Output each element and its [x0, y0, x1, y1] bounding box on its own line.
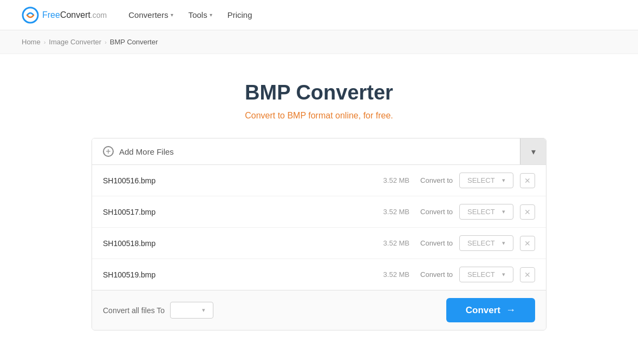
chevron-down-icon: ▾: [210, 12, 212, 18]
breadcrumb-current: BMP Converter: [110, 38, 158, 46]
file-name: SH100519.bmp: [103, 270, 365, 279]
remove-file-button[interactable]: ✕: [520, 173, 535, 188]
close-icon: ✕: [524, 176, 531, 185]
convert-to-label: Convert to: [420, 176, 453, 184]
svg-point-0: [23, 8, 38, 23]
format-select-button[interactable]: SELECT ▾: [459, 204, 513, 220]
chevron-down-icon: ▾: [531, 147, 536, 157]
table-row: SH100518.bmp 3.52 MB Convert to SELECT ▾…: [92, 228, 546, 259]
file-panel: + Add More Files ▾ SH100516.bmp 3.52 MB …: [92, 138, 546, 330]
breadcrumb-image-converter[interactable]: Image Converter: [49, 38, 101, 46]
bottom-bar: Convert all files To ▾ Convert →: [92, 290, 546, 330]
nav-links: Converters ▾ Tools ▾ Pricing: [128, 10, 252, 19]
format-select-button[interactable]: SELECT ▾: [459, 173, 513, 188]
file-size: 3.52 MB: [372, 239, 409, 247]
breadcrumb-bar: Home › Image Converter › BMP Converter: [0, 30, 638, 54]
convert-button[interactable]: Convert →: [446, 298, 535, 322]
add-more-files-button[interactable]: + Add More Files: [92, 138, 520, 164]
chevron-down-icon: ▾: [202, 307, 205, 314]
breadcrumb-sep-2: ›: [105, 39, 107, 45]
convert-all-wrap: Convert all files To ▾: [103, 302, 213, 319]
navbar: FreeConvert.com Converters ▾ Tools ▾ Pri…: [0, 0, 638, 30]
main-content: BMP Converter Convert to BMP format onli…: [0, 54, 638, 352]
file-size: 3.52 MB: [372, 208, 409, 216]
remove-file-button[interactable]: ✕: [520, 204, 535, 220]
file-name: SH100517.bmp: [103, 208, 365, 216]
breadcrumb-home[interactable]: Home: [22, 38, 41, 46]
chevron-down-icon: ▾: [502, 271, 505, 278]
close-icon: ✕: [524, 208, 531, 216]
table-row: SH100516.bmp 3.52 MB Convert to SELECT ▾…: [92, 165, 546, 196]
page-title: BMP Converter: [245, 81, 393, 104]
nav-pricing[interactable]: Pricing: [227, 10, 252, 19]
logo-text: FreeConvert.com: [42, 10, 107, 20]
convert-to-label: Convert to: [420, 239, 453, 247]
file-rows: SH100516.bmp 3.52 MB Convert to SELECT ▾…: [92, 165, 546, 290]
convert-all-label: Convert all files To: [103, 306, 165, 315]
page-subtitle: Convert to BMP format online, for free.: [245, 111, 393, 121]
close-icon: ✕: [524, 270, 531, 279]
format-select-button[interactable]: SELECT ▾: [459, 267, 513, 282]
table-row: SH100517.bmp 3.52 MB Convert to SELECT ▾…: [92, 196, 546, 228]
convert-to-label: Convert to: [420, 270, 453, 279]
remove-file-button[interactable]: ✕: [520, 267, 535, 282]
plus-icon: +: [103, 146, 114, 157]
breadcrumb: Home › Image Converter › BMP Converter: [22, 38, 616, 46]
nav-tools[interactable]: Tools ▾: [188, 10, 212, 19]
chevron-down-icon: ▾: [502, 177, 505, 184]
add-files-dropdown-button[interactable]: ▾: [520, 138, 546, 164]
convert-all-select-button[interactable]: ▾: [170, 302, 213, 319]
file-size: 3.52 MB: [372, 176, 409, 184]
nav-converters[interactable]: Converters ▾: [128, 10, 173, 19]
logo[interactable]: FreeConvert.com: [22, 6, 107, 24]
chevron-down-icon: ▾: [502, 208, 505, 215]
file-name: SH100516.bmp: [103, 176, 365, 185]
remove-file-button[interactable]: ✕: [520, 236, 535, 251]
file-size: 3.52 MB: [372, 270, 409, 279]
breadcrumb-sep-1: ›: [44, 39, 46, 45]
file-name: SH100518.bmp: [103, 239, 365, 248]
add-files-bar: + Add More Files ▾: [92, 138, 546, 165]
chevron-down-icon: ▾: [502, 240, 505, 247]
chevron-down-icon: ▾: [171, 12, 173, 18]
convert-to-label: Convert to: [420, 208, 453, 216]
format-select-button[interactable]: SELECT ▾: [459, 235, 513, 251]
arrow-right-icon: →: [506, 305, 516, 316]
close-icon: ✕: [524, 239, 531, 248]
table-row: SH100519.bmp 3.52 MB Convert to SELECT ▾…: [92, 259, 546, 290]
